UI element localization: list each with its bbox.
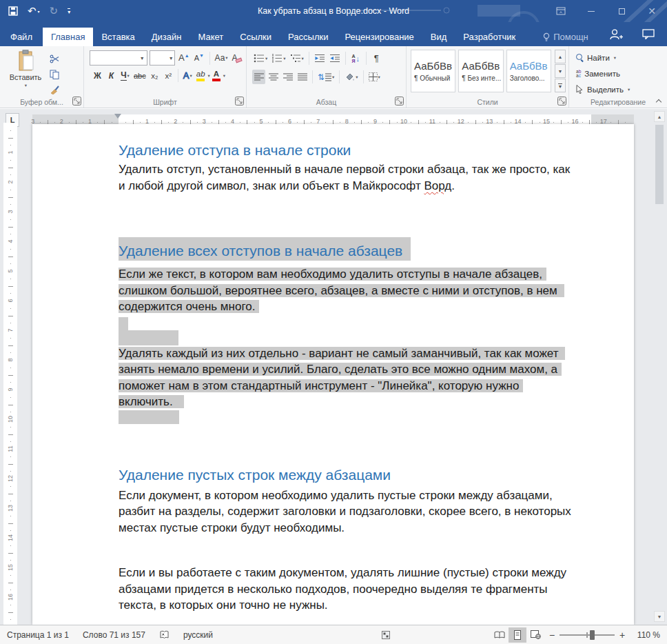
- zoom-slider-thumb[interactable]: [590, 630, 595, 640]
- customize-qat-button[interactable]: ▾: [68, 8, 70, 14]
- font-size-dropdown[interactable]: ▼: [167, 51, 174, 65]
- paragraph-dialog-launcher[interactable]: [395, 97, 404, 105]
- collapse-ribbon-button[interactable]: [656, 98, 661, 103]
- bullets-button[interactable]: ▾: [252, 51, 269, 66]
- clipboard-small-buttons: [47, 52, 62, 97]
- document-page[interactable]: Удаление отступа в начале строки Удалить…: [32, 124, 634, 625]
- format-painter-button[interactable]: [47, 83, 62, 97]
- superscript-button[interactable]: x²: [162, 68, 175, 83]
- subscript-button[interactable]: x₂: [148, 68, 161, 83]
- zoom-in-button[interactable]: +: [615, 627, 630, 643]
- vertical-scrollbar[interactable]: ▲ ▼: [654, 111, 665, 622]
- undo-button[interactable]: ↶▾: [28, 5, 40, 17]
- macro-record-button[interactable]: [375, 625, 397, 644]
- zoom-percentage[interactable]: 110 %: [630, 630, 660, 640]
- tab-developer[interactable]: Разработчик: [455, 28, 524, 46]
- redo-button[interactable]: ↻: [50, 5, 59, 17]
- tab-view[interactable]: Вид: [422, 28, 455, 46]
- zoom-out-button[interactable]: −: [544, 627, 560, 643]
- font-size-combo[interactable]: ▼: [150, 50, 176, 66]
- language-indicator[interactable]: русский: [176, 625, 220, 644]
- style-normal[interactable]: АаБбВв ¶ Обычный: [411, 50, 455, 92]
- styles-scroll-down-button[interactable]: ▼: [555, 64, 566, 78]
- zoom-slider[interactable]: [560, 627, 615, 643]
- align-right-button[interactable]: [281, 70, 294, 84]
- underline-button[interactable]: Ч▾: [119, 68, 132, 83]
- styles-gallery-more-button[interactable]: ▼: [555, 79, 566, 92]
- vertical-ruler[interactable]: 12345678910111213141516: [3, 123, 17, 625]
- multilevel-list-button[interactable]: ▾: [289, 51, 305, 66]
- word-count[interactable]: Слово 71 из 157: [76, 625, 152, 644]
- increase-indent-button[interactable]: [328, 51, 342, 66]
- minimize-button[interactable]: [576, 0, 606, 22]
- justify-button[interactable]: [296, 70, 309, 84]
- decrease-indent-button[interactable]: [313, 51, 327, 66]
- font-name-combo[interactable]: ▼: [90, 50, 147, 66]
- bold-button[interactable]: Ж: [91, 68, 104, 83]
- styles-dialog-launcher[interactable]: [557, 97, 566, 105]
- style-no-spacing[interactable]: АаБбВв ¶ Без инте...: [458, 50, 503, 92]
- select-button[interactable]: Выделить▾: [572, 82, 664, 97]
- styles-scroll-up-button[interactable]: ▲: [555, 50, 566, 63]
- page-indicator[interactable]: Страница 1 из 1: [0, 625, 76, 644]
- paste-button[interactable]: Вставить ▾: [7, 50, 44, 97]
- clear-formatting-button[interactable]: А: [230, 51, 243, 66]
- change-case-button[interactable]: Аа▾: [214, 51, 228, 66]
- close-button[interactable]: ✕: [637, 0, 667, 22]
- borders-button[interactable]: ▾: [367, 70, 382, 84]
- tab-references[interactable]: Ссылки: [232, 28, 280, 46]
- text-highlight-button[interactable]: ab: [195, 68, 207, 83]
- font-dialog-launcher[interactable]: [235, 97, 244, 105]
- clipboard-group-label: Буфер обм...: [0, 98, 83, 106]
- grow-font-button[interactable]: А▲: [177, 51, 190, 66]
- tab-insert[interactable]: Вставка: [93, 28, 143, 46]
- tab-mailings[interactable]: Рассылки: [280, 28, 336, 46]
- doc-line: абзацами придется в несколько подходов, …: [119, 581, 591, 598]
- save-button[interactable]: [8, 6, 18, 16]
- cut-button[interactable]: [47, 52, 62, 66]
- sort-button[interactable]: А Я ↓: [349, 51, 362, 66]
- scroll-down-button[interactable]: ▼: [654, 611, 665, 622]
- window-controls: ✕: [546, 0, 667, 22]
- copy-button[interactable]: [47, 68, 62, 81]
- font-color-dropdown-caret[interactable]: ▾: [223, 73, 225, 79]
- numbering-button[interactable]: ▾: [270, 51, 287, 66]
- tab-file[interactable]: Файл: [0, 28, 43, 46]
- show-hide-marks-button[interactable]: ¶: [370, 51, 383, 66]
- align-left-button[interactable]: [252, 70, 265, 84]
- tab-home[interactable]: Главная: [43, 28, 93, 46]
- find-button[interactable]: Найти▾: [572, 50, 664, 65]
- replace-button[interactable]: abac Заменить: [572, 66, 664, 81]
- style-heading[interactable]: АаБбВв Заголово...: [506, 50, 551, 92]
- tell-me-box[interactable]: Помощн: [535, 28, 597, 46]
- font-color-button[interactable]: А: [211, 68, 222, 83]
- search-icon: [576, 54, 584, 61]
- web-layout-button[interactable]: [526, 627, 544, 643]
- strikethrough-button[interactable]: abc: [132, 68, 147, 83]
- align-center-button[interactable]: [267, 70, 280, 84]
- scrollbar-thumb[interactable]: [655, 125, 664, 204]
- text-effects-button[interactable]: А▾: [181, 68, 194, 83]
- doc-line-selected: поможет нам в этом стандартный инструмен…: [119, 378, 591, 394]
- print-layout-button[interactable]: [509, 627, 526, 643]
- font-size-input[interactable]: [150, 51, 168, 65]
- shrink-font-button[interactable]: А▼: [192, 51, 205, 66]
- font-name-dropdown[interactable]: ▼: [138, 51, 147, 65]
- selected-empty-line: [119, 410, 179, 424]
- line-spacing-button[interactable]: ⇅ ▾: [316, 70, 336, 84]
- tab-review[interactable]: Рецензирование: [336, 28, 422, 46]
- shading-button[interactable]: ▾: [343, 70, 359, 84]
- clipboard-dialog-launcher[interactable]: [72, 97, 81, 105]
- read-mode-button[interactable]: [491, 627, 509, 643]
- sign-in-button[interactable]: [599, 22, 633, 46]
- font-name-input[interactable]: [90, 51, 138, 65]
- feedback-button[interactable]: [633, 22, 667, 46]
- tab-layout[interactable]: Макет: [189, 28, 232, 46]
- maximize-button[interactable]: [606, 0, 637, 22]
- proofing-status-button[interactable]: [152, 625, 176, 644]
- highlight-dropdown-caret[interactable]: ▾: [208, 73, 210, 79]
- ribbon-display-options-button[interactable]: [546, 0, 576, 22]
- italic-button[interactable]: К: [105, 68, 118, 83]
- scroll-up-button[interactable]: ▲: [654, 111, 665, 122]
- tab-design[interactable]: Дизайн: [143, 28, 190, 46]
